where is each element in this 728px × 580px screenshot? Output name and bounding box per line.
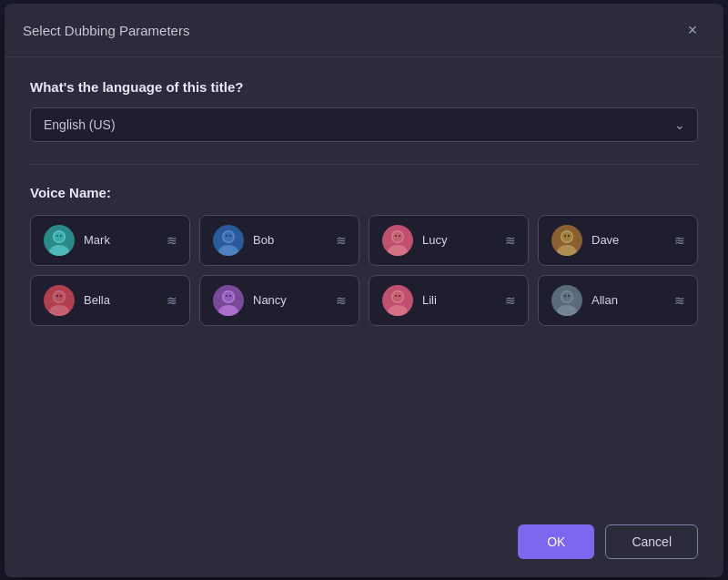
avatar-icon-dave — [551, 225, 582, 256]
svg-point-7 — [224, 231, 234, 241]
waveform-icon-nancy: ≋ — [336, 293, 346, 308]
voice-name-bella: Bella — [84, 293, 157, 307]
voice-card-dave[interactable]: Dave ≋ — [538, 215, 698, 266]
svg-point-29 — [229, 295, 231, 297]
waveform-icon-dave: ≋ — [674, 233, 684, 248]
svg-point-12 — [393, 231, 403, 241]
svg-point-1 — [49, 245, 69, 256]
voice-name-nancy: Nancy — [253, 293, 327, 307]
avatar-bella — [44, 285, 75, 316]
dialog-footer: OK Cancel — [5, 510, 723, 577]
avatar-mark — [44, 225, 75, 256]
dubbing-parameters-dialog: Select Dubbing Parameters × What's the l… — [5, 4, 723, 577]
svg-point-23 — [56, 295, 58, 297]
voice-card-bella[interactable]: Bella ≋ — [30, 275, 190, 326]
avatar-icon-lucy — [382, 225, 413, 256]
svg-point-39 — [568, 295, 570, 297]
avatar-allan — [551, 285, 582, 316]
section-divider — [30, 164, 698, 165]
svg-point-28 — [226, 295, 228, 297]
dialog-header: Select Dubbing Parameters × — [5, 4, 723, 57]
voice-section-label: Voice Name: — [30, 185, 698, 200]
svg-point-9 — [229, 235, 231, 237]
waveform-icon-allan: ≋ — [674, 293, 684, 308]
svg-point-8 — [226, 235, 228, 237]
svg-point-32 — [393, 291, 403, 301]
voice-card-bob[interactable]: Bob ≋ — [199, 215, 359, 266]
language-section-label: What's the language of this title? — [30, 79, 698, 95]
svg-point-22 — [55, 291, 65, 301]
voice-name-mark: Mark — [84, 233, 157, 247]
voice-card-nancy[interactable]: Nancy ≋ — [199, 275, 359, 326]
svg-point-18 — [564, 235, 566, 237]
avatar-lili — [382, 285, 413, 316]
svg-point-19 — [568, 235, 570, 237]
avatar-dave — [551, 225, 582, 256]
waveform-icon-lucy: ≋ — [505, 233, 515, 248]
svg-point-2 — [55, 231, 65, 241]
avatar-lucy — [382, 225, 413, 256]
svg-point-16 — [557, 245, 577, 256]
svg-point-37 — [562, 291, 572, 301]
voice-card-lili[interactable]: Lili ≋ — [369, 275, 529, 326]
language-select-wrapper: English (US) Spanish French German Japan… — [30, 107, 698, 142]
voice-name-dave: Dave — [592, 233, 665, 247]
avatar-icon-nancy — [213, 285, 244, 316]
waveform-icon-bella: ≋ — [167, 293, 177, 308]
dialog-title: Select Dubbing Parameters — [23, 23, 189, 38]
svg-point-21 — [49, 305, 69, 316]
voice-card-allan[interactable]: Allan ≋ — [538, 275, 698, 326]
dialog-body: What's the language of this title? Engli… — [5, 57, 723, 510]
voice-card-lucy[interactable]: Lucy ≋ — [369, 215, 529, 266]
svg-point-11 — [388, 245, 408, 256]
svg-point-3 — [56, 235, 58, 237]
voice-name-lucy: Lucy — [422, 233, 496, 247]
close-button[interactable]: × — [680, 18, 705, 44]
svg-point-13 — [395, 235, 397, 237]
voice-name-bob: Bob — [253, 233, 327, 247]
svg-point-14 — [399, 235, 400, 237]
avatar-icon-bob — [213, 225, 244, 256]
avatar-icon-mark — [44, 225, 75, 256]
voice-name-lili: Lili — [422, 293, 496, 307]
avatar-bob — [213, 225, 244, 256]
voice-name-allan: Allan — [592, 293, 665, 307]
voice-grid: Mark ≋ Bob ≋ — [30, 215, 698, 326]
language-select[interactable]: English (US) Spanish French German Japan… — [30, 107, 698, 142]
voice-card-mark[interactable]: Mark ≋ — [30, 215, 190, 266]
svg-point-6 — [218, 245, 238, 256]
svg-point-4 — [60, 235, 62, 237]
svg-point-34 — [399, 295, 400, 297]
avatar-icon-bella — [44, 285, 75, 316]
svg-point-38 — [564, 295, 566, 297]
avatar-icon-lili — [382, 285, 413, 316]
waveform-icon-mark: ≋ — [167, 233, 177, 248]
avatar-icon-allan — [551, 285, 582, 316]
svg-point-36 — [557, 305, 577, 316]
svg-point-27 — [224, 291, 234, 301]
svg-point-17 — [562, 231, 572, 241]
avatar-nancy — [213, 285, 244, 316]
cancel-button[interactable]: Cancel — [605, 524, 698, 559]
waveform-icon-lili: ≋ — [505, 293, 515, 308]
ok-button[interactable]: OK — [518, 524, 594, 559]
svg-point-26 — [218, 305, 238, 316]
waveform-icon-bob: ≋ — [336, 233, 346, 248]
svg-point-33 — [395, 295, 397, 297]
svg-point-24 — [60, 295, 62, 297]
svg-point-31 — [388, 305, 408, 316]
